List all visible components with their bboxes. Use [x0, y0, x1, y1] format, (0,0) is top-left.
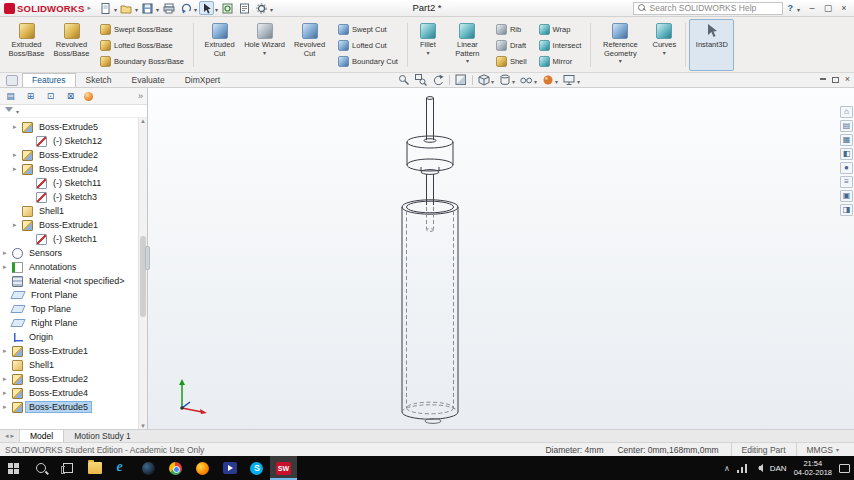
- units-selector[interactable]: MMGS▾: [796, 443, 849, 456]
- expand-arrow-icon[interactable]: [3, 403, 12, 411]
- tree-item[interactable]: Top Plane: [0, 302, 147, 316]
- expand-arrow-icon[interactable]: [13, 151, 22, 159]
- configuration-manager-tab-icon[interactable]: ⊡: [44, 90, 57, 103]
- tree-item[interactable]: (-) Sketch3: [0, 190, 147, 204]
- select-dropdown-caret-icon[interactable]: ▾: [215, 6, 218, 13]
- tree-item[interactable]: (-) Sketch12: [0, 134, 147, 148]
- volume-icon[interactable]: [754, 464, 763, 472]
- commandmanager-pin-icon[interactable]: [6, 75, 18, 86]
- wrap-button[interactable]: Wrap: [535, 22, 586, 37]
- solidworks-resources-icon[interactable]: ⌂: [840, 106, 853, 118]
- tab-dimxpert[interactable]: DimXpert: [175, 73, 230, 87]
- tree-item[interactable]: Boss-Extrude2: [0, 372, 147, 386]
- tree-item[interactable]: Sensors: [0, 246, 147, 260]
- scroll-down-icon[interactable]: ▼: [140, 423, 146, 429]
- panel-expand-chevron-icon[interactable]: »: [138, 91, 143, 101]
- hole-wizard-button[interactable]: Hole Wizard: [242, 19, 287, 71]
- panel-splitter-handle[interactable]: [145, 246, 150, 270]
- expand-arrow-icon[interactable]: [13, 221, 22, 229]
- firefox-button[interactable]: [189, 456, 216, 480]
- tree-item[interactable]: Boss-Extrude4: [0, 386, 147, 400]
- instant3d-button[interactable]: Instant3D: [689, 19, 734, 71]
- action-center-icon[interactable]: [839, 464, 850, 473]
- display-style-icon[interactable]: ▾: [499, 74, 515, 86]
- tray-expand-caret-icon[interactable]: ∧: [724, 464, 730, 473]
- reference-geometry-button[interactable]: Reference Geometry: [594, 19, 646, 71]
- skype-button[interactable]: [243, 456, 270, 480]
- tree-item[interactable]: Right Plane: [0, 316, 147, 330]
- new-dropdown-caret-icon[interactable]: ▾: [114, 6, 117, 13]
- print-button[interactable]: [161, 1, 176, 15]
- property-manager-tab-icon[interactable]: ⊞: [24, 90, 37, 103]
- tree-item[interactable]: Origin: [0, 330, 147, 344]
- close-button[interactable]: ×: [837, 2, 851, 15]
- view-orientation-icon[interactable]: ▾: [478, 74, 494, 86]
- tree-item[interactable]: Material <not specified>: [0, 274, 147, 288]
- boundary-cut-button[interactable]: Boundary Cut: [334, 54, 402, 69]
- extruded-cut-button[interactable]: Extruded Cut: [197, 19, 242, 71]
- zoom-area-icon[interactable]: [415, 74, 427, 86]
- tree-item[interactable]: Shell1: [0, 204, 147, 218]
- scroll-up-icon[interactable]: ▲: [140, 118, 146, 124]
- lofted-cut-button[interactable]: Lofted Cut: [334, 38, 402, 53]
- doc-minimize-icon[interactable]: [820, 78, 826, 80]
- view-palette-icon[interactable]: ◧: [840, 148, 853, 160]
- tree-item[interactable]: Boss-Extrude5: [0, 120, 147, 134]
- tree-item[interactable]: Boss-Extrude2: [0, 148, 147, 162]
- hide-show-items-icon[interactable]: ▾: [520, 74, 537, 86]
- custom-properties-icon[interactable]: ≡: [840, 176, 853, 188]
- cylinder-body[interactable]: [402, 200, 458, 419]
- dropper-cap[interactable]: [407, 136, 453, 171]
- tree-item[interactable]: Annotations: [0, 260, 147, 274]
- revolved-boss-button[interactable]: Revolved Boss/Base: [49, 19, 94, 71]
- display-manager-tab-icon[interactable]: [84, 92, 93, 101]
- tree-item[interactable]: Boss-Extrude1: [0, 344, 147, 358]
- dimxpert-manager-tab-icon[interactable]: ⊠: [64, 90, 77, 103]
- appearances-scenes-icon[interactable]: ●: [840, 162, 853, 174]
- language-indicator[interactable]: DAN: [770, 464, 787, 473]
- new-document-button[interactable]: [98, 1, 113, 15]
- save-button[interactable]: [140, 1, 155, 15]
- tree-item-selected[interactable]: Boss-Extrude5: [0, 400, 147, 414]
- clock[interactable]: 21:54 04-02-2018: [794, 459, 832, 478]
- view-settings-icon[interactable]: ▾: [563, 74, 580, 86]
- filter-caret-icon[interactable]: ▾: [16, 108, 19, 115]
- lofted-boss-button[interactable]: Lofted Boss/Base: [96, 38, 188, 53]
- graphics-viewport[interactable]: ⌂ ▤ ▦ ◧ ● ≡ ▣ ◨: [148, 88, 854, 429]
- minimize-button[interactable]: –: [805, 2, 819, 15]
- feature-manager-tab-icon[interactable]: ▤: [4, 90, 17, 103]
- select-tool-button[interactable]: [199, 1, 214, 15]
- expand-arrow-icon[interactable]: [13, 123, 22, 131]
- filter-funnel-icon[interactable]: [5, 107, 13, 116]
- start-button[interactable]: [0, 456, 27, 480]
- file-properties-button[interactable]: [237, 1, 252, 15]
- tab-scroll-controls[interactable]: ◂ ▸: [0, 430, 20, 442]
- model-tab[interactable]: Model: [20, 430, 64, 442]
- motion-study-tab[interactable]: Motion Study 1: [64, 430, 141, 442]
- design-library-icon[interactable]: ▤: [840, 120, 853, 132]
- tree-item[interactable]: Boss-Extrude4: [0, 162, 147, 176]
- tree-item[interactable]: (-) Sketch1: [0, 232, 147, 246]
- steam-button[interactable]: [135, 456, 162, 480]
- help-button[interactable]: ?: [787, 3, 793, 13]
- edit-appearance-icon[interactable]: ▾: [542, 74, 558, 86]
- previous-view-icon[interactable]: [432, 74, 444, 86]
- tree-item[interactable]: Boss-Extrude1: [0, 218, 147, 232]
- tab-features[interactable]: Features: [22, 73, 76, 87]
- shell-button[interactable]: Shell: [492, 54, 531, 69]
- expand-arrow-icon[interactable]: [13, 165, 22, 173]
- menu-flyout-arrow-icon[interactable]: ▸: [87, 4, 91, 12]
- chrome-button[interactable]: [162, 456, 189, 480]
- edge-button[interactable]: [108, 456, 135, 480]
- options-gear-button[interactable]: [254, 1, 269, 15]
- options-dropdown-caret-icon[interactable]: ▾: [270, 6, 273, 13]
- rib-button[interactable]: Rib: [492, 22, 531, 37]
- expand-arrow-icon[interactable]: [3, 347, 12, 355]
- swept-boss-button[interactable]: Swept Boss/Base: [96, 22, 188, 37]
- doc-close-icon[interactable]: ×: [845, 75, 850, 84]
- section-view-icon[interactable]: [455, 74, 467, 86]
- help-search-box[interactable]: Search SOLIDWORKS Help: [633, 2, 783, 15]
- tab-evaluate[interactable]: Evaluate: [122, 73, 175, 87]
- mirror-button[interactable]: Mirror: [535, 54, 586, 69]
- boundary-boss-button[interactable]: Boundary Boss/Base: [96, 54, 188, 69]
